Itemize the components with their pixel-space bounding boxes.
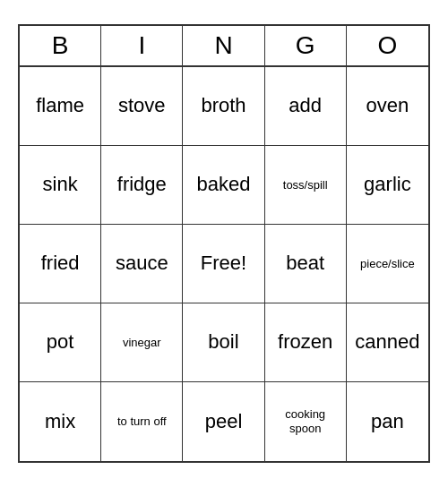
- cell-text-r0-c4: oven: [366, 94, 409, 117]
- cell-text-r0-c3: add: [289, 94, 322, 117]
- cell-r2-c4: piece/slice: [347, 225, 428, 303]
- cell-r3-c0: pot: [20, 303, 101, 382]
- cell-text-r1-c2: baked: [197, 173, 251, 196]
- cell-text-r0-c2: broth: [201, 94, 246, 117]
- cell-r0-c4: oven: [347, 67, 428, 146]
- cell-r1-c1: fridge: [101, 146, 183, 225]
- cell-r3-c4: canned: [347, 303, 428, 382]
- cell-r1-c4: garlic: [347, 146, 428, 225]
- cell-text-r1-c0: sink: [43, 173, 78, 196]
- cell-text-r2-c1: sauce: [116, 252, 168, 275]
- cell-r0-c3: add: [265, 67, 347, 146]
- cell-r4-c2: peel: [183, 382, 264, 461]
- cell-text-r4-c1: to turn off: [117, 414, 167, 429]
- bingo-grid: flamestovebrothaddovensinkfridgebakedtos…: [20, 67, 428, 461]
- cell-r3-c1: vinegar: [101, 303, 183, 382]
- cell-r4-c0: mix: [20, 382, 101, 461]
- header-letter-I: I: [101, 26, 183, 65]
- cell-r2-c2: Free!: [183, 225, 264, 303]
- cell-text-r3-c4: canned: [355, 330, 419, 354]
- cell-r0-c2: broth: [183, 67, 264, 146]
- header-letter-N: N: [183, 26, 264, 65]
- cell-r4-c4: pan: [347, 382, 428, 461]
- cell-r2-c3: beat: [265, 225, 347, 303]
- cell-r2-c0: fried: [20, 225, 101, 303]
- cell-text-r2-c2: Free!: [201, 252, 246, 275]
- cell-text-r0-c0: flame: [36, 94, 84, 117]
- cell-text-r4-c4: pan: [371, 410, 404, 433]
- header-letter-G: G: [265, 26, 347, 65]
- cell-r1-c0: sink: [20, 146, 101, 225]
- cell-text-r3-c2: boil: [208, 330, 238, 354]
- header-letter-O: O: [347, 26, 428, 65]
- cell-r4-c1: to turn off: [101, 382, 183, 461]
- cell-r3-c2: boil: [183, 303, 264, 382]
- cell-text-r4-c2: peel: [205, 410, 243, 433]
- cell-text-r2-c3: beat: [286, 252, 324, 275]
- cell-r1-c3: toss/spill: [265, 146, 347, 225]
- cell-text-r2-c4: piece/slice: [360, 257, 415, 271]
- cell-text-r1-c4: garlic: [364, 173, 411, 196]
- cell-r0-c1: stove: [101, 67, 183, 146]
- cell-text-r3-c3: frozen: [278, 330, 332, 354]
- cell-text-r4-c3: cooking spoon: [269, 407, 342, 435]
- cell-text-r3-c0: pot: [47, 330, 74, 354]
- cell-text-r4-c0: mix: [45, 410, 75, 433]
- header-letter-B: B: [20, 26, 101, 65]
- cell-r1-c2: baked: [183, 146, 264, 225]
- cell-text-r3-c1: vinegar: [123, 336, 161, 350]
- cell-r2-c1: sauce: [101, 225, 183, 303]
- cell-r3-c3: frozen: [265, 303, 347, 382]
- cell-text-r1-c1: fridge: [117, 173, 167, 196]
- cell-text-r1-c3: toss/spill: [283, 178, 328, 192]
- cell-text-r2-c0: fried: [41, 252, 80, 275]
- cell-text-r0-c1: stove: [118, 94, 166, 117]
- bingo-card: BINGO flamestovebrothaddovensinkfridgeba…: [18, 24, 430, 463]
- cell-r0-c0: flame: [20, 67, 101, 146]
- cell-r4-c3: cooking spoon: [265, 382, 347, 461]
- bingo-header: BINGO: [20, 26, 428, 67]
